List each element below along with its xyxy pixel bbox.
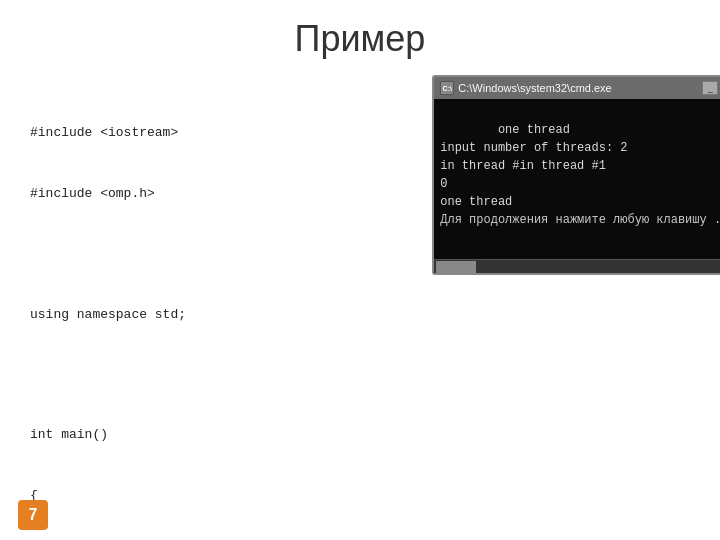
code-line-5: { — [30, 486, 412, 506]
terminal-titlebar: C:\ C:\Windows\system32\cmd.exe _ □ ✕ — [434, 77, 720, 99]
code-line-4: int main() — [30, 425, 412, 445]
terminal-body: one thread input number of threads: 2 in… — [434, 99, 720, 273]
code-line-blank2 — [30, 365, 412, 385]
terminal-title: C:\Windows\system32\cmd.exe — [458, 82, 611, 94]
code-line-2: #include <omp.h> — [30, 184, 412, 204]
slide-number: 7 — [18, 500, 48, 530]
minimize-button[interactable]: _ — [702, 81, 718, 95]
content-area: #include <iostream> #include <omp.h> usi… — [0, 75, 720, 540]
terminal-hscrollbar-thumb — [436, 261, 476, 273]
slide-title: Пример — [0, 0, 720, 70]
code-line-1: #include <iostream> — [30, 123, 412, 143]
terminal-icon: C:\ — [440, 81, 454, 95]
terminal-output: one thread input number of threads: 2 in… — [440, 123, 720, 227]
code-line-blank1 — [30, 244, 412, 264]
terminal-controls[interactable]: _ □ ✕ — [702, 81, 720, 95]
terminal-window: C:\ C:\Windows\system32\cmd.exe _ □ ✕ on… — [432, 75, 720, 275]
terminal-hscrollbar[interactable] — [434, 259, 720, 273]
code-line-3: using namespace std; — [30, 305, 412, 325]
code-panel: #include <iostream> #include <omp.h> usi… — [30, 75, 412, 540]
terminal-titlebar-left: C:\ C:\Windows\system32\cmd.exe — [440, 81, 611, 95]
slide: Пример #include <iostream> #include <omp… — [0, 0, 720, 540]
